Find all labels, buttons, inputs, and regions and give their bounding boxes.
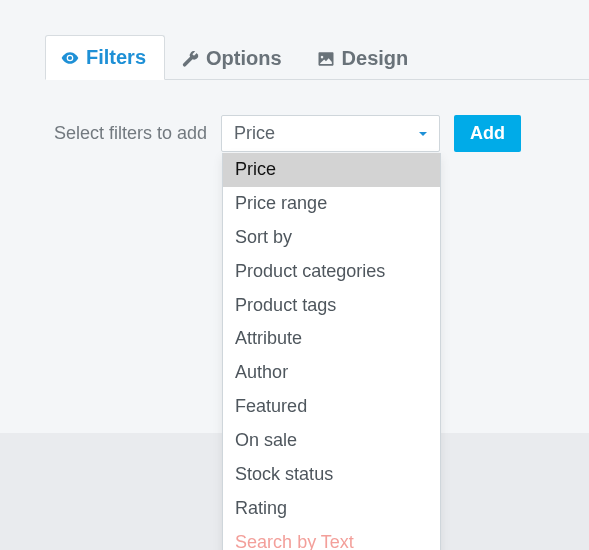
filter-option[interactable]: Author (223, 356, 440, 390)
tab-options[interactable]: Options (165, 36, 301, 80)
image-icon (316, 49, 336, 69)
filter-option[interactable]: Sort by (223, 221, 440, 255)
filter-option[interactable]: Stock status (223, 458, 440, 492)
tab-options-label: Options (206, 47, 282, 70)
filter-dropdown: Price Price range Sort by Product catego… (222, 153, 441, 550)
chevron-down-icon (417, 128, 429, 140)
filter-select-value: Price (234, 123, 275, 144)
add-filter-row: Select filters to add Price Price Price … (54, 115, 521, 152)
add-button[interactable]: Add (454, 115, 521, 152)
filter-option[interactable]: On sale (223, 424, 440, 458)
filter-option[interactable]: Price (223, 153, 440, 187)
tab-filters[interactable]: Filters (45, 35, 165, 80)
wrench-icon (180, 49, 200, 69)
tab-design[interactable]: Design (301, 36, 428, 80)
add-filter-label: Select filters to add (54, 123, 207, 144)
filter-option[interactable]: Product tags (223, 289, 440, 323)
filter-option[interactable]: Search by Text (223, 526, 440, 550)
tab-filters-label: Filters (86, 46, 146, 69)
tab-design-label: Design (342, 47, 409, 70)
filter-option[interactable]: Featured (223, 390, 440, 424)
tab-bar: Filters Options Design (45, 34, 589, 80)
eye-icon (60, 48, 80, 68)
filter-option[interactable]: Rating (223, 492, 440, 526)
filter-option[interactable]: Price range (223, 187, 440, 221)
filter-select[interactable]: Price Price Price range Sort by Product … (221, 115, 440, 152)
filter-option[interactable]: Product categories (223, 255, 440, 289)
filter-option[interactable]: Attribute (223, 322, 440, 356)
